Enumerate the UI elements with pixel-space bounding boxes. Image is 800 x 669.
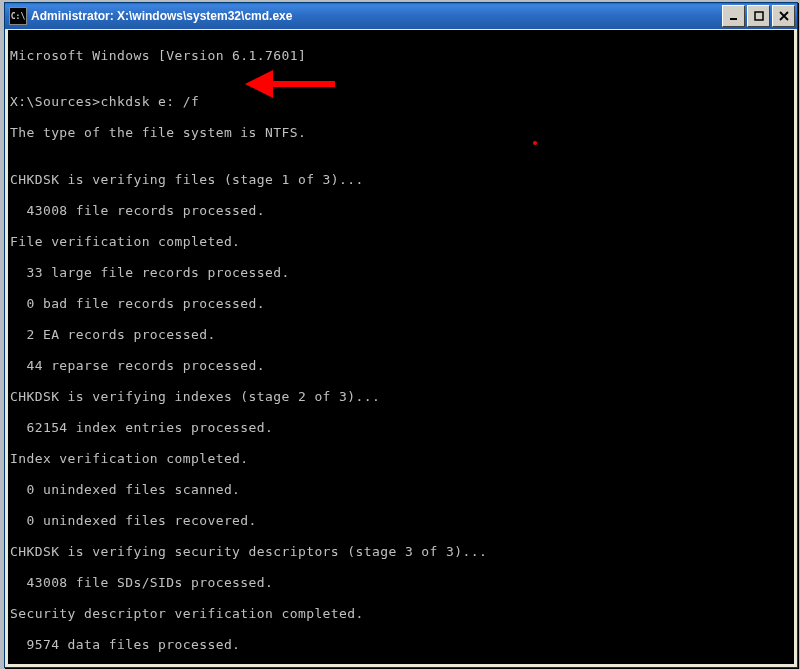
output-line: 44 reparse records processed. xyxy=(10,358,794,374)
svg-rect-1 xyxy=(755,12,763,20)
output-line: Index verification completed. xyxy=(10,451,794,467)
window-controls xyxy=(722,5,795,27)
output-line: 9574 data files processed. xyxy=(10,637,794,653)
output-line: X:\Sources>chkdsk e: /f xyxy=(10,94,794,110)
output-line: File verification completed. xyxy=(10,234,794,250)
cmd-icon: C:\ xyxy=(9,7,27,25)
titlebar[interactable]: C:\ Administrator: X:\windows\system32\c… xyxy=(5,3,797,29)
output-line: 0 bad file records processed. xyxy=(10,296,794,312)
maximize-button[interactable] xyxy=(747,5,770,27)
minimize-button[interactable] xyxy=(722,5,745,27)
output-line: CHKDSK is verifying security descriptors… xyxy=(10,544,794,560)
output-line: CHKDSK is verifying indexes (stage 2 of … xyxy=(10,389,794,405)
window-title: Administrator: X:\windows\system32\cmd.e… xyxy=(31,9,722,23)
svg-rect-0 xyxy=(730,18,737,20)
output-line: 43008 file records processed. xyxy=(10,203,794,219)
output-line: CHKDSK is verifying files (stage 1 of 3)… xyxy=(10,172,794,188)
output-line: 62154 index entries processed. xyxy=(10,420,794,436)
close-button[interactable] xyxy=(772,5,795,27)
output-line: Microsoft Windows [Version 6.1.7601] xyxy=(10,48,794,64)
output-line: Security descriptor verification complet… xyxy=(10,606,794,622)
terminal-output[interactable]: Microsoft Windows [Version 6.1.7601] X:\… xyxy=(8,30,794,664)
output-line: 33 large file records processed. xyxy=(10,265,794,281)
cmd-window: C:\ Administrator: X:\windows\system32\c… xyxy=(4,2,798,668)
output-line: The type of the file system is NTFS. xyxy=(10,125,794,141)
output-line: 43008 file SDs/SIDs processed. xyxy=(10,575,794,591)
output-line: 0 unindexed files scanned. xyxy=(10,482,794,498)
output-line: 2 EA records processed. xyxy=(10,327,794,343)
output-line: 0 unindexed files recovered. xyxy=(10,513,794,529)
